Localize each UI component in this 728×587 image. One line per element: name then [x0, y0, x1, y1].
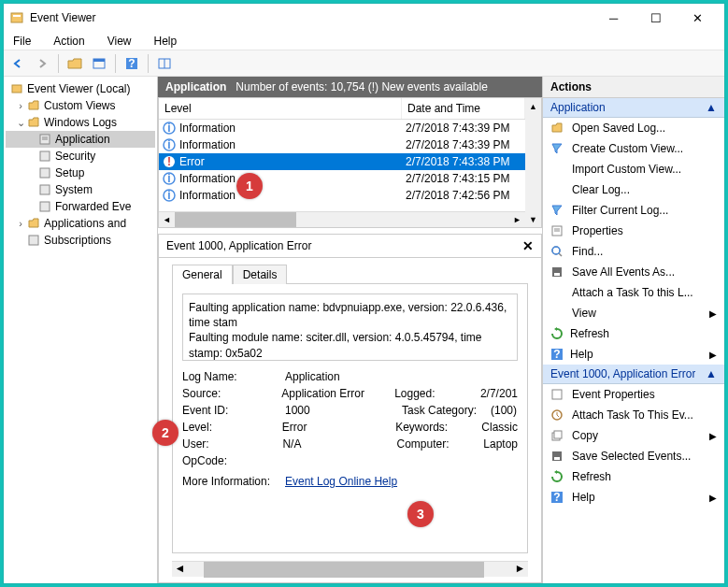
- info-icon: i: [163, 122, 176, 135]
- action-view[interactable]: View▶: [543, 303, 724, 323]
- action-item[interactable]: ?Help▶: [543, 487, 724, 508]
- svg-text:?: ?: [128, 57, 135, 70]
- tree-root[interactable]: Event Viewer (Local): [6, 80, 155, 97]
- svg-rect-40: [554, 431, 562, 438]
- menu-help[interactable]: Help: [149, 33, 183, 50]
- svg-rect-12: [40, 151, 50, 161]
- tree-setup[interactable]: Setup: [6, 165, 155, 181]
- svg-rect-15: [40, 202, 50, 211]
- h-scrollbar[interactable]: ◄►: [159, 211, 525, 227]
- back-button[interactable]: [7, 53, 28, 74]
- detail-h-scrollbar[interactable]: ◄►: [172, 561, 528, 577]
- svg-line-31: [559, 253, 562, 256]
- action-item[interactable]: Attach a Task To this L...: [543, 282, 724, 303]
- tree-application[interactable]: Application: [6, 131, 155, 148]
- svg-rect-1: [13, 15, 21, 17]
- error-icon: !: [163, 155, 176, 168]
- events-header-count: Number of events: 10,754 (!) New events …: [236, 80, 487, 93]
- info-icon: i: [163, 138, 176, 151]
- svg-rect-8: [12, 85, 21, 93]
- app-icon: [9, 10, 24, 25]
- maximize-button[interactable]: ☐: [635, 4, 677, 32]
- table-row[interactable]: iInformation2/7/2018 7:42:56 PM: [159, 187, 525, 204]
- event-log-online-help-link[interactable]: Event Log Online Help: [285, 475, 397, 488]
- actions-section-app[interactable]: Application▲: [543, 98, 724, 118]
- detail-title: Event 1000, Application Error: [166, 239, 311, 252]
- action-item[interactable]: Filter Current Log...: [543, 200, 724, 221]
- action-item[interactable]: Refresh: [543, 466, 724, 487]
- menu-view[interactable]: View: [102, 33, 137, 50]
- action-item[interactable]: Copy▶: [543, 425, 724, 446]
- tree-custom-views[interactable]: ›Custom Views: [6, 97, 155, 114]
- annotation-badge-3: 3: [407, 501, 434, 527]
- toolbar: ?: [4, 50, 724, 77]
- tab-details[interactable]: Details: [233, 265, 288, 284]
- action-refresh[interactable]: Refresh: [543, 323, 724, 344]
- events-header: Application Number of events: 10,754 (!)…: [158, 77, 542, 97]
- action-item[interactable]: Open Saved Log...: [543, 118, 724, 138]
- svg-rect-13: [40, 168, 50, 178]
- tree-forwarded[interactable]: Forwarded Eve: [6, 198, 155, 215]
- svg-rect-0: [11, 13, 22, 22]
- folder-button[interactable]: [64, 53, 85, 74]
- tree-windows-logs[interactable]: ⌄Windows Logs: [6, 114, 155, 131]
- detail-message: Faulting application name: bdvpnuiapp.ex…: [182, 294, 518, 361]
- action-item[interactable]: Properties: [543, 221, 724, 241]
- tree-apps-services[interactable]: ›Applications and: [6, 215, 155, 232]
- info-icon: i: [163, 172, 176, 185]
- svg-rect-14: [40, 185, 50, 194]
- annotation-badge-1: 1: [236, 173, 263, 199]
- table-row[interactable]: !Error2/7/2018 7:43:38 PM: [159, 153, 525, 170]
- col-date[interactable]: Date and Time: [402, 98, 525, 119]
- help-icon-button[interactable]: ?: [121, 53, 142, 74]
- svg-rect-3: [93, 59, 105, 62]
- center-panel: Application Number of events: 10,754 (!)…: [158, 77, 542, 583]
- col-level[interactable]: Level: [159, 98, 402, 119]
- action-item[interactable]: Import Custom View...: [543, 159, 724, 179]
- actions-section-event[interactable]: Event 1000, Application Error▲: [543, 365, 724, 384]
- table-row[interactable]: iInformation2/7/2018 7:43:39 PM: [159, 136, 525, 153]
- svg-rect-37: [552, 390, 562, 399]
- table-row[interactable]: iInformation2/7/2018 7:43:39 PM: [159, 120, 525, 136]
- events-grid[interactable]: Level Date and Time iInformation2/7/2018…: [158, 97, 542, 228]
- detail-close-button[interactable]: ✕: [522, 238, 534, 253]
- svg-text:!: !: [167, 155, 171, 168]
- svg-text:i: i: [167, 189, 170, 202]
- table-row[interactable]: iInformation2/7/2018 7:43:15 PM: [159, 170, 525, 187]
- action-item[interactable]: Save Selected Events...: [543, 446, 724, 466]
- svg-text:?: ?: [553, 348, 560, 361]
- menubar: File Action View Help: [4, 32, 724, 50]
- annotation-badge-2: 2: [152, 420, 178, 446]
- action-item[interactable]: Attach Task To This Ev...: [543, 405, 724, 425]
- action-item[interactable]: Event Properties: [543, 384, 724, 405]
- window-title: Event Viewer: [30, 11, 592, 24]
- svg-rect-42: [554, 457, 560, 460]
- action-item[interactable]: Clear Log...: [543, 179, 724, 200]
- actions-title: Actions: [543, 77, 724, 98]
- menu-action[interactable]: Action: [48, 33, 90, 50]
- tab-general[interactable]: General: [172, 265, 233, 284]
- action-item[interactable]: Create Custom View...: [543, 138, 724, 159]
- actions-panel: Actions Application▲ Open Saved Log...Cr…: [542, 77, 724, 583]
- svg-text:?: ?: [553, 491, 560, 504]
- action-item[interactable]: Save All Events As...: [543, 262, 724, 282]
- nav-tree[interactable]: Event Viewer (Local) ›Custom Views ⌄Wind…: [4, 77, 158, 583]
- forward-button[interactable]: [32, 53, 52, 74]
- svg-text:i: i: [167, 172, 170, 185]
- panel-button[interactable]: [89, 53, 109, 74]
- tree-subscriptions[interactable]: Subscriptions: [6, 232, 155, 249]
- minimize-button[interactable]: ─: [592, 4, 635, 32]
- menu-file[interactable]: File: [7, 33, 36, 50]
- tree-security[interactable]: Security: [6, 148, 155, 165]
- tree-system[interactable]: System: [6, 181, 155, 198]
- refresh-icon: [550, 327, 564, 340]
- split-button[interactable]: [154, 53, 175, 74]
- v-scrollbar[interactable]: ▲▼: [525, 98, 541, 227]
- action-item[interactable]: Find...: [543, 241, 724, 262]
- close-button[interactable]: ✕: [677, 4, 719, 32]
- svg-point-32: [552, 247, 560, 254]
- svg-text:i: i: [167, 122, 170, 135]
- info-icon: i: [163, 189, 176, 202]
- action-help[interactable]: ?Help▶: [543, 344, 724, 365]
- more-info-label: More Information:: [182, 475, 285, 488]
